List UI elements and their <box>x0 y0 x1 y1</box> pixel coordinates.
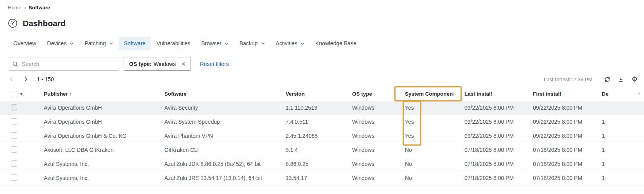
cell-software: Avira Security <box>153 101 275 115</box>
cell-publisher: Avira Operations GmbH <box>33 101 153 115</box>
cell-software: GitKraken CLI <box>153 143 275 157</box>
pagination: 1 - 150 <box>9 74 54 84</box>
software-table-wrap: ▾Publisher↑SoftwareVersionOS typeSystem … <box>0 87 644 185</box>
table-row[interactable]: Avira Operations GmbH & Co. KGAvira Phan… <box>0 129 644 143</box>
table-row[interactable]: Avira Operations GmbHAvira System Speedu… <box>0 115 644 129</box>
column-header-last_install[interactable]: Last install <box>453 87 522 101</box>
column-header-first_install[interactable]: First install <box>522 87 591 101</box>
cell-last_install: 09/22/2025 8:00 PM <box>453 115 522 129</box>
row-checkbox[interactable] <box>11 104 17 110</box>
cell-first_install: 09/22/2025 8:00 PM <box>522 101 591 115</box>
column-label: OS type <box>352 91 372 97</box>
column-header-version[interactable]: Version <box>275 87 341 101</box>
breadcrumb: Home › Software <box>8 5 50 11</box>
previous-page-button[interactable] <box>9 76 15 82</box>
tab-activities[interactable]: Activities <box>270 37 310 50</box>
os-type-filter-chip[interactable]: OS type: Windows × <box>124 57 191 71</box>
row-checkbox[interactable] <box>11 118 17 125</box>
search-input[interactable] <box>22 61 115 67</box>
filter-chip-value: Windows <box>154 61 176 67</box>
cell-os_type: Windows <box>341 101 394 115</box>
cell-publisher: Azul Systems, Inc. <box>33 157 153 171</box>
filter-toolbar: OS type: Windows × Reset filters <box>8 57 229 71</box>
download-icon[interactable] <box>616 74 626 84</box>
cell-version: 1.1.110.2513 <box>275 101 341 115</box>
table-row[interactable]: Azul Systems, Inc.Azul Zulu JDK 8.86.0.2… <box>0 157 644 171</box>
reset-filters-link[interactable]: Reset filters <box>200 61 229 67</box>
column-header-devices[interactable]: De <box>591 87 644 101</box>
breadcrumb-home-link[interactable]: Home <box>8 5 22 11</box>
cell-version: 3.1.4 <box>275 143 341 157</box>
cell-software: Azul Zulu JRE 13.54.17 (13.0.14), 64-bit <box>153 171 275 185</box>
table-row[interactable]: Axosoft, LLC DBA GitKrakenGitKraken CLI3… <box>0 143 644 157</box>
tab-overview[interactable]: Overview <box>8 37 41 50</box>
chevron-down-icon <box>261 42 265 45</box>
tab-backup[interactable]: Backup <box>234 37 270 50</box>
tab-label: Patching <box>85 40 106 46</box>
tab-label: Browser <box>201 40 221 46</box>
sort-asc-icon: ↑ <box>70 91 72 97</box>
row-checkbox[interactable] <box>11 132 17 139</box>
cell-publisher: Avira Operations GmbH <box>33 115 153 129</box>
cell-first_install: 07/18/2025 8:00 PM <box>522 171 591 185</box>
cell-os_type: Windows <box>341 157 394 171</box>
row-checkbox[interactable] <box>11 146 17 153</box>
column-label: Publisher <box>44 91 68 97</box>
cell-first_install: 09/22/2025 8:00 PM <box>522 115 591 129</box>
cell-version: 7.4.0.511 <box>275 115 341 129</box>
column-header-system_component[interactable]: System Component <box>394 87 453 101</box>
column-header-os_type[interactable]: OS type <box>341 87 394 101</box>
cell-first_install: 07/18/2025 8:00 PM <box>522 157 591 171</box>
cell-last_install: 07/18/2025 8:00 PM <box>453 171 522 185</box>
cell-first_install: 07/18/2025 8:00 PM <box>522 143 591 157</box>
cell-software: Avira System Speedup <box>153 115 275 129</box>
remove-filter-icon[interactable]: × <box>181 61 185 68</box>
cell-devices: 1 <box>591 157 644 171</box>
tab-vulnerabilities[interactable]: Vulnerabilities <box>151 37 196 50</box>
dashboard-gauge-icon <box>7 18 18 28</box>
chevron-down-icon <box>109 42 113 45</box>
select-all-checkbox[interactable] <box>11 91 17 97</box>
cell-publisher: Axosoft, LLC DBA GitKraken <box>33 143 153 157</box>
table-row[interactable]: Avira Operations GmbHAvira Security1.1.1… <box>0 101 644 115</box>
tab-devices[interactable]: Devices <box>41 37 79 50</box>
page-title: Dashboard <box>23 19 66 28</box>
column-header-software[interactable]: Software <box>153 87 275 101</box>
tab-knowledge-base[interactable]: Knowledge Base <box>310 37 362 50</box>
gear-icon[interactable]: ⚙ <box>630 74 640 84</box>
cell-system_component: Yes <box>394 101 453 115</box>
tab-label: Vulnerabilities <box>157 40 191 46</box>
software-dashboard-page: Home › Software Dashboard Overview Devic… <box>0 0 644 194</box>
chevron-down-icon <box>225 42 228 45</box>
tab-bar: Overview Devices Patching Software Vulne… <box>0 37 644 50</box>
cell-software: Avira Phantom VPN <box>153 129 275 143</box>
checkbox-cell <box>0 129 33 143</box>
tab-label: Overview <box>13 40 36 46</box>
tab-software[interactable]: Software <box>119 37 151 50</box>
search-box[interactable] <box>8 57 119 71</box>
breadcrumb-current: Software <box>29 5 50 11</box>
row-checkbox[interactable] <box>11 174 17 181</box>
filter-chip-label: OS type: <box>129 61 152 67</box>
cell-version: 2.45.1.24068 <box>275 129 341 143</box>
checkbox-cell <box>0 171 33 185</box>
refresh-icon[interactable] <box>602 74 612 84</box>
select-menu-caret-icon[interactable]: ▾ <box>20 92 22 96</box>
row-checkbox[interactable] <box>11 160 17 167</box>
tab-label: Backup <box>239 40 258 46</box>
table-actions: Last refresh: 2:39 PM ⚙ <box>544 74 640 84</box>
column-label: System Component <box>405 91 453 97</box>
tab-patching[interactable]: Patching <box>79 37 118 50</box>
column-label: Version <box>286 91 305 97</box>
cell-publisher: Azul Systems, Inc. <box>33 171 153 185</box>
cell-devices <box>591 101 644 115</box>
table-row[interactable]: Azul Systems, Inc.Azul Zulu JRE 13.54.17… <box>0 171 644 185</box>
tab-label: Activities <box>276 40 297 46</box>
tab-browser[interactable]: Browser <box>196 37 234 50</box>
scroll-up-icon[interactable]: ▲ <box>637 91 641 95</box>
select-all-header[interactable]: ▾ <box>0 87 33 101</box>
checkbox-cell <box>0 157 33 171</box>
next-page-button[interactable] <box>23 76 29 82</box>
table-body: Avira Operations GmbHAvira Security1.1.1… <box>0 101 644 185</box>
column-header-publisher[interactable]: Publisher↑ <box>33 87 153 101</box>
